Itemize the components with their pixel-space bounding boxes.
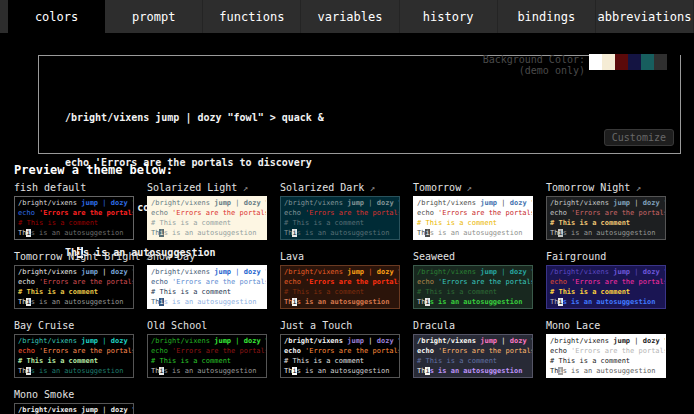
theme-preview-card[interactable]: /bright/vixens jump | dozy "fowl" > quac…	[147, 196, 267, 240]
theme-preview-card[interactable]: /bright/vixens jump | dozy "fowl" > quac…	[413, 334, 533, 378]
tab-colors[interactable]: colors	[8, 0, 105, 33]
theme-preview-card[interactable]: /bright/vixens jump | dozy "fowl" > quac…	[147, 265, 267, 309]
segment-command: dozy	[111, 337, 128, 345]
theme-sample-line: echo 'Errors are the portals to discover…	[550, 277, 662, 287]
tab-bindings[interactable]: bindings	[498, 0, 596, 33]
segment-pipe: |	[231, 268, 244, 276]
theme-sample-line: /bright/vixens jump | dozy "fowl" > quac…	[417, 336, 529, 346]
segment-command: dozy	[377, 268, 394, 276]
segment-param: /bright/vixens	[550, 199, 613, 207]
segment-autosuggestion: s is an autosuggestion	[563, 298, 656, 306]
theme-sample-line: This is an autosuggestion	[151, 366, 263, 376]
theme-sample-line: This is an autosuggestion	[284, 297, 396, 307]
segment-comment: # This is a comment	[18, 219, 98, 227]
theme-sample-line: /bright/vixens jump | dozy "fowl" > quac…	[417, 267, 529, 277]
bg-swatch-cream[interactable]	[602, 54, 615, 70]
bg-swatch-dark-gray[interactable]	[654, 54, 667, 70]
external-link-icon[interactable]: ↗	[461, 183, 472, 193]
customize-button[interactable]: Customize	[604, 129, 674, 146]
tab-variables[interactable]: variables	[301, 0, 399, 33]
bg-swatch-navy[interactable]	[628, 54, 641, 70]
theme-sample-line: # This is a comment	[18, 287, 130, 297]
theme-name: Snow Day	[147, 251, 195, 262]
theme-name: Tomorrow	[413, 182, 461, 193]
segment-error: 'Errors are the portals to discovery	[39, 278, 134, 286]
theme-preview-card[interactable]: /bright/vixens jump | dozy "fowl" > quac…	[14, 265, 134, 309]
segment-command: jump	[347, 268, 364, 276]
segment-pipe: |	[630, 199, 643, 207]
theme-name: Fairground	[546, 251, 606, 262]
theme-sample-line: echo 'Errors are the portals to discover…	[417, 208, 529, 218]
external-link-icon[interactable]: ↗	[630, 183, 641, 193]
theme-preview-card[interactable]: /bright/vixens jump | dozy "fowl" > quac…	[413, 265, 533, 309]
theme-preview-card[interactable]: /bright/vixens jump | dozy "fowl" > quac…	[14, 196, 134, 240]
theme-sample-line: This is an autosuggestion	[151, 228, 263, 238]
segment-param: /bright/vixens	[550, 337, 613, 345]
segment-echo: echo	[18, 209, 39, 217]
theme-preview-card[interactable]: /bright/vixens jump | dozy "fowl" > quac…	[147, 334, 267, 378]
theme-sample-line: This is an autosuggestion	[550, 366, 662, 376]
theme-item: Fairground/bright/vixens jump | dozy "fo…	[546, 251, 666, 309]
theme-title: fish default	[14, 182, 134, 195]
theme-sample-line: /bright/vixens jump | dozy "fowl" > quac…	[151, 267, 263, 277]
segment-command: dozy	[244, 268, 261, 276]
segment-autosuggestion: s is an autosuggestion	[31, 229, 124, 237]
segment-command: jump	[81, 406, 98, 414]
theme-sample-line: /bright/vixens jump | dozy "fowl" > quac…	[151, 336, 263, 346]
terminal-line-1: /bright/vixens jump | dozy "fowl" > quac…	[65, 110, 324, 125]
segment-autosuggestion: s is an autosuggestion	[164, 367, 257, 375]
tab-functions[interactable]: functions	[203, 0, 301, 33]
theme-sample-line: This is an autosuggestion	[550, 228, 662, 238]
theme-sample-line: echo 'Errors are the portals to discover…	[550, 346, 662, 356]
segment-pipe: |	[364, 268, 377, 276]
theme-sample-line: /bright/vixens jump | dozy "fowl" > quac…	[151, 198, 263, 208]
theme-preview-card[interactable]: /bright/vixens jump | dozy "fowl" > quac…	[280, 265, 400, 309]
theme-sample-line: This is an autosuggestion	[151, 297, 263, 307]
theme-sample-line: /bright/vixens jump | dozy "fowl" > quac…	[284, 198, 396, 208]
segment-comment: # This is a comment	[284, 357, 364, 365]
theme-preview-card[interactable]: /bright/vixens jump | dozy "fowl" > quac…	[546, 265, 666, 309]
bg-swatch-dark-red[interactable]	[615, 54, 628, 70]
theme-title: Tomorrow Night Bright ↗	[14, 251, 134, 264]
theme-title: Seaweed	[413, 251, 533, 264]
segment-comment: # This is a comment	[284, 288, 364, 296]
bg-swatch-black[interactable]	[667, 54, 680, 70]
segment-error: 'Errors are the portals to discovery	[438, 209, 533, 217]
tab-bar: colorspromptfunctionsvariableshistorybin…	[0, 0, 694, 33]
segment-echo: echo	[151, 278, 172, 286]
theme-name: Seaweed	[413, 251, 455, 262]
segment-autosuggestion: s is an autosuggestion	[430, 367, 523, 375]
external-link-icon[interactable]: ↗	[237, 183, 248, 193]
segment-command: dozy	[111, 199, 128, 207]
theme-sample-line: # This is a comment	[550, 287, 662, 297]
theme-preview-card[interactable]: /bright/vixens jump | dozy "fowl" > quac…	[14, 334, 134, 378]
bg-swatch-teal[interactable]	[641, 54, 654, 70]
theme-preview-card[interactable]: /bright/vixens jump | dozy "fowl" > quac…	[14, 403, 134, 414]
segment-autosuggestion: s is an autosuggestion	[563, 367, 656, 375]
bg-swatch-white[interactable]	[589, 54, 602, 70]
theme-preview-card[interactable]: /bright/vixens jump | dozy "fowl" > quac…	[546, 196, 666, 240]
theme-sample-line: # This is a comment	[550, 356, 662, 366]
theme-preview-card[interactable]: /bright/vixens jump | dozy "fowl" > quac…	[546, 334, 666, 378]
theme-sample-line: /bright/vixens jump | dozy "fowl" > quac…	[417, 198, 529, 208]
theme-item: Tomorrow Night Bright ↗/bright/vixens ju…	[14, 251, 134, 309]
tab-history[interactable]: history	[400, 0, 498, 33]
theme-sample-line: echo 'Errors are the portals to discover…	[284, 208, 396, 218]
theme-item: Lava/bright/vixens jump | dozy "fowl" > …	[280, 251, 400, 309]
theme-title: Old School	[147, 320, 267, 333]
segment-pipe: |	[497, 337, 510, 345]
segment-pipe: |	[231, 199, 244, 207]
tab-prompt[interactable]: prompt	[105, 0, 203, 33]
segment-pipe: |	[364, 199, 377, 207]
segment-pipe: |	[231, 337, 244, 345]
theme-preview-card[interactable]: /bright/vixens jump | dozy "fowl" > quac…	[413, 196, 533, 240]
segment-quote: "fowl" > quack &	[527, 199, 533, 207]
theme-preview-card[interactable]: /bright/vixens jump | dozy "fowl" > quac…	[280, 196, 400, 240]
external-link-icon[interactable]: ↗	[364, 183, 375, 193]
tab-abbreviations[interactable]: abbreviations	[596, 0, 694, 33]
segment-error: 'Errors are the portals to discovery	[39, 209, 134, 217]
segment-error: 'Errors are the portals to discovery	[438, 278, 533, 286]
theme-preview-card[interactable]: /bright/vixens jump | dozy "fowl" > quac…	[280, 334, 400, 378]
segment-autosuggestion: s is an autosuggestion	[563, 229, 656, 237]
theme-title: Lava	[280, 251, 400, 264]
